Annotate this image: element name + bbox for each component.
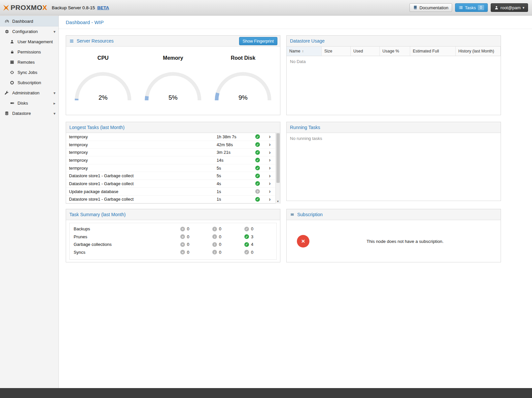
sidebar-item-remotes[interactable]: Remotes — [0, 57, 58, 67]
task-detail-chevron-icon[interactable]: › — [264, 134, 275, 139]
gauge-arc: 2% — [72, 69, 134, 102]
wrench-icon — [4, 91, 10, 95]
datastore-usage-body: No Data — [287, 56, 501, 116]
subscription-panel: Subscription × This node does not have a… — [286, 209, 501, 262]
status-unknown-icon: ? — [255, 189, 260, 194]
task-detail-chevron-icon[interactable]: › — [264, 189, 275, 194]
task-detail-chevron-icon[interactable]: › — [264, 157, 275, 163]
hdd-icon — [9, 101, 15, 105]
column-header-history-last-month[interactable]: History (last Month) — [456, 47, 501, 56]
top-header: PROXMOX Backup Server 0.8-15 BETA Docume… — [0, 0, 532, 16]
error-count-icon: × — [180, 227, 185, 231]
task-row[interactable]: termproxy5s✓› — [66, 164, 275, 172]
scroll-down-icon[interactable]: ▼ — [276, 199, 280, 204]
datastore-usage-columns: Name↑SizeUsedUsage %Estimated FullHistor… — [287, 47, 501, 56]
task-status: ✓ — [251, 158, 264, 162]
column-label: Usage % — [382, 49, 399, 53]
sidebar-item-administration[interactable]: Administration▾ — [0, 88, 58, 98]
task-detail-chevron-icon[interactable]: › — [264, 142, 275, 147]
documentation-button[interactable]: Documentation — [409, 3, 452, 12]
column-header-usage[interactable]: Usage % — [380, 47, 410, 56]
task-status: ? — [251, 189, 264, 194]
longest-tasks-rows: termproxy1h 38m 7s✓›termproxy42m 58s✓›te… — [66, 133, 275, 203]
longest-tasks-header: Longest Tasks (last Month) — [66, 122, 280, 133]
status-ok-neutral-icon: ✓ — [244, 227, 249, 231]
summary-row-label: Garbage collections — [70, 242, 180, 247]
task-name: termproxy — [66, 158, 217, 163]
column-header-used[interactable]: Used — [351, 47, 380, 56]
scrollbar-thumb[interactable] — [276, 133, 280, 183]
count-value: 0 — [219, 234, 221, 239]
task-row[interactable]: termproxy14s✓› — [66, 156, 275, 164]
status-ok-icon: ✓ — [255, 166, 260, 170]
summary-row-label: Backups — [70, 226, 180, 231]
beta-link[interactable]: BETA — [97, 5, 109, 10]
column-header-size[interactable]: Size — [322, 47, 351, 56]
column-header-estimated-full[interactable]: Estimated Full — [410, 47, 456, 56]
sidebar-item-label: Remotes — [18, 60, 35, 65]
datastore-usage-title: Datastore Usage — [290, 38, 325, 44]
sidebar-item-sync-jobs[interactable]: Sync Jobs — [0, 67, 58, 78]
show-fingerprint-button[interactable]: Show Fingerprint — [239, 37, 278, 45]
task-duration: 1s — [217, 189, 251, 194]
sidebar-item-disks[interactable]: Disks▸ — [0, 98, 58, 108]
sidebar-item-dashboard[interactable]: Dashboard — [0, 16, 58, 26]
running-tasks-body: No running tasks — [287, 133, 501, 201]
collapse-icon[interactable]: ▾ — [53, 108, 55, 118]
main-area: DashboardConfiguration▾User ManagementPe… — [0, 16, 532, 388]
expand-icon[interactable]: ▸ — [53, 98, 55, 108]
task-row[interactable]: termproxy3m 21s✓› — [66, 149, 275, 156]
db-icon — [4, 111, 10, 116]
task-detail-chevron-icon[interactable]: › — [264, 165, 275, 171]
count-value: 0 — [251, 250, 253, 255]
sidebar-item-datastore[interactable]: Datastore▾ — [0, 108, 58, 118]
status-ok-icon: ✓ — [255, 150, 260, 155]
task-row[interactable]: termproxy42m 58s✓› — [66, 141, 275, 149]
summary-row-backups: Backups×0!0✓0 — [70, 225, 276, 233]
column-header-name[interactable]: Name↑ — [287, 47, 322, 56]
task-row[interactable]: termproxy1h 38m 7s✓› — [66, 133, 275, 141]
sidebar-item-permissions[interactable]: Permissions — [0, 47, 58, 57]
task-detail-chevron-icon[interactable]: › — [264, 181, 275, 186]
task-row[interactable]: Update package database1s?› — [66, 188, 275, 196]
task-row[interactable]: Datastore store1 - Garbage collect4s✓› — [66, 180, 275, 188]
sidebar-item-configuration[interactable]: Configuration▾ — [0, 26, 58, 37]
status-ok-icon: ✓ — [255, 134, 260, 139]
task-detail-chevron-icon[interactable]: › — [264, 150, 275, 155]
column-label: Size — [324, 49, 332, 53]
proxmox-logo[interactable]: PROXMOX — [3, 4, 47, 12]
no-running-tasks-label: No running tasks — [287, 133, 501, 144]
no-data-label: No Data — [287, 56, 501, 67]
subscription-title: Subscription — [297, 212, 323, 217]
warning-count-icon: ! — [212, 242, 217, 247]
task-row[interactable]: Datastore store1 - Garbage collect1s✓› — [66, 196, 275, 204]
task-detail-chevron-icon[interactable]: › — [264, 197, 275, 202]
task-summary-grid: Backups×0!0✓0Prunes×0!0✓3Garbage collect… — [69, 223, 277, 260]
proxmox-x-icon — [3, 4, 10, 11]
ok-count-cell: ✓0 — [244, 250, 276, 255]
tasks-button[interactable]: Tasks 0 — [455, 3, 488, 12]
status-ok-icon: ✓ — [255, 158, 260, 162]
sidebar-item-user-management[interactable]: User Management — [0, 37, 58, 47]
task-name: termproxy — [66, 142, 217, 147]
error-count-cell: ×0 — [180, 250, 212, 255]
sidebar: DashboardConfiguration▾User ManagementPe… — [0, 16, 59, 388]
collapse-icon[interactable]: ▾ — [53, 88, 55, 98]
status-ok-icon: ✓ — [255, 142, 260, 147]
ok-count-cell: ✓4 — [244, 242, 276, 247]
task-summary-title: Task Summary (last Month) — [69, 212, 125, 217]
count-value: 3 — [251, 234, 253, 239]
lock-icon — [9, 50, 15, 54]
count-value: 0 — [187, 226, 189, 231]
count-value: 0 — [251, 226, 253, 231]
task-row[interactable]: Datastore store1 - Garbage collect5s✓› — [66, 172, 275, 180]
sidebar-item-subscription[interactable]: Subscription — [0, 78, 58, 88]
user-menu-button[interactable]: root@pam ▾ — [491, 3, 528, 12]
count-value: 4 — [251, 242, 253, 247]
content-area: Dashboard - WIP Server Resources Show Fi… — [59, 16, 532, 388]
scrollbar[interactable]: ▼ — [275, 133, 280, 204]
gauge-label: Root Disk — [210, 55, 276, 61]
collapse-icon[interactable]: ▾ — [53, 26, 55, 37]
task-detail-chevron-icon[interactable]: › — [264, 173, 275, 179]
gauge-value: 5% — [142, 94, 204, 101]
